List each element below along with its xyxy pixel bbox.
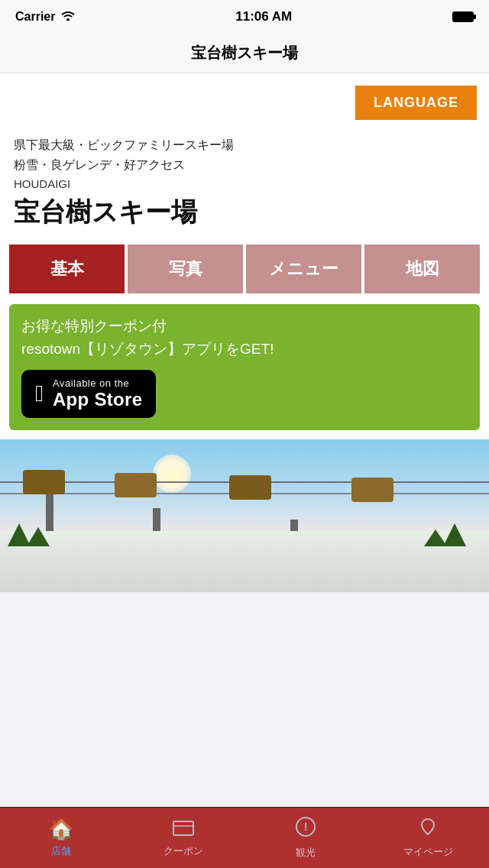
mypage-icon xyxy=(417,817,439,842)
apple-logo-icon:  xyxy=(35,382,44,405)
coupon-banner: お得な特別クーポン付 resotown【リゾタウン】アプリをGET!  Ava… xyxy=(9,304,480,430)
bottom-tab-store[interactable]: 🏠 店舗 xyxy=(0,818,122,858)
gondola-2 xyxy=(115,473,157,497)
tab-button-chizu[interactable]: 地図 xyxy=(364,245,480,293)
app-store-bottom-text: App Store xyxy=(53,389,142,410)
intro-subtitle1: 県下最大級・ビックファミリースキー場 粉雪・良ゲレンデ・好アクセス xyxy=(14,135,475,174)
tab-button-shashin[interactable]: 写真 xyxy=(128,245,243,293)
svg-point-0 xyxy=(66,18,70,21)
gondola-1 xyxy=(23,470,65,494)
bottom-tab-bar: 🏠 店舗 クーポン ! 観光 マイページ xyxy=(0,807,489,868)
coupon-text2: resotown【リゾタウン】アプリをGET! xyxy=(21,339,468,359)
coupon-label: クーポン xyxy=(164,844,203,858)
bottom-tab-coupon[interactable]: クーポン xyxy=(122,818,244,858)
tree-2 xyxy=(27,527,50,546)
intro-section: 県下最大級・ビックファミリースキー場 粉雪・良ゲレンデ・好アクセス HOUDAI… xyxy=(0,126,489,234)
mypage-label: マイページ xyxy=(403,845,453,859)
app-store-top-text: Available on the xyxy=(53,377,129,389)
wifi-icon xyxy=(61,10,75,24)
nav-title: 宝台樹スキー場 xyxy=(191,43,298,63)
nav-bar: 宝台樹スキー場 xyxy=(0,34,489,73)
intro-main-title: 宝台樹スキー場 xyxy=(14,196,475,228)
language-button[interactable]: LANGUAGE xyxy=(355,86,477,120)
app-store-text: Available on the App Store xyxy=(53,377,142,410)
gondola-3 xyxy=(229,475,271,500)
tree-4 xyxy=(424,530,447,546)
language-section: LANGUAGE xyxy=(0,73,489,126)
coupon-icon xyxy=(173,818,194,841)
tab-section: 基本 写真 メニュー 地図 xyxy=(0,234,489,304)
coupon-text1: お得な特別クーポン付 xyxy=(21,316,468,336)
tourism-label: 観光 xyxy=(296,846,316,860)
ski-image xyxy=(0,439,489,592)
snow-ground xyxy=(0,531,489,592)
tab-button-kihon[interactable]: 基本 xyxy=(9,245,125,293)
tourism-icon: ! xyxy=(295,816,316,843)
status-time: 11:06 AM xyxy=(235,9,292,24)
gondola-4 xyxy=(351,478,393,502)
app-store-button[interactable]:  Available on the App Store xyxy=(21,370,156,418)
svg-text:!: ! xyxy=(304,821,308,833)
sun-visual xyxy=(153,455,191,493)
svg-rect-1 xyxy=(173,821,193,835)
tab-button-menu[interactable]: メニュー xyxy=(246,245,361,293)
store-icon: 🏠 xyxy=(49,818,73,841)
intro-english: HOUDAIGI xyxy=(14,177,475,190)
store-label: 店舗 xyxy=(51,844,71,858)
carrier-label: Carrier xyxy=(15,10,55,24)
main-content: LANGUAGE 県下最大級・ビックファミリースキー場 粉雪・良ゲレンデ・好アク… xyxy=(0,73,489,592)
battery-icon xyxy=(452,11,474,22)
bottom-tab-tourism[interactable]: ! 観光 xyxy=(244,816,367,860)
status-right xyxy=(452,11,474,22)
bottom-tab-mypage[interactable]: マイページ xyxy=(367,817,489,859)
status-bar: Carrier 11:06 AM xyxy=(0,0,489,34)
status-left: Carrier xyxy=(15,10,75,24)
